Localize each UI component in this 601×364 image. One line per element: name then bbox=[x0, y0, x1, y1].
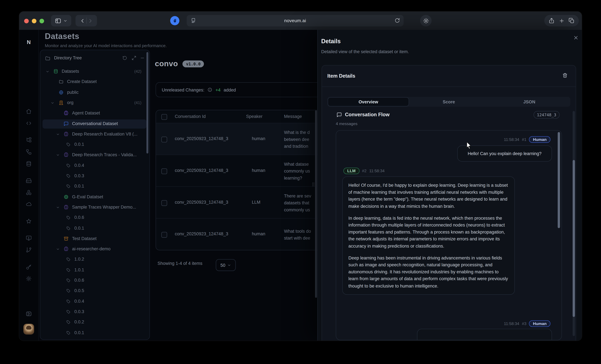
tree-item-datasets[interactable]: Datasets(42) bbox=[43, 67, 147, 76]
tree-item-ai-researcher-demo[interactable]: ai-researcher-demo bbox=[43, 245, 147, 254]
chat-bubble-icon bbox=[337, 112, 342, 117]
column-resize-handle[interactable] bbox=[311, 182, 316, 187]
expand-icon[interactable] bbox=[131, 56, 137, 60]
tree-item-label: Agent Dataset bbox=[72, 111, 100, 115]
tab-json[interactable]: JSON bbox=[489, 97, 570, 106]
url-bar[interactable]: noveum.ai bbox=[187, 15, 403, 26]
tree-item-label: Deep Research Traces - Valida... bbox=[72, 153, 137, 157]
tab-score[interactable]: Score bbox=[409, 97, 489, 106]
traffic-lights bbox=[24, 19, 44, 23]
zoom-window-button[interactable] bbox=[40, 19, 44, 23]
directory-tree-header: Directory Tree bbox=[45, 54, 146, 63]
chevron-down-icon bbox=[51, 101, 54, 105]
tree-item-agent-dataset[interactable]: Agent Dataset bbox=[43, 109, 147, 118]
tree-item-sample-traces-wrapper-demo[interactable]: Sample Traces Wrapper Demo... bbox=[43, 203, 147, 212]
message-bubble-3 bbox=[417, 329, 552, 340]
tree-item-0-0-1[interactable]: 0.0.1 bbox=[43, 182, 147, 191]
tag-icon bbox=[66, 320, 70, 324]
tree-item-0-0-4[interactable]: 0.0.4 bbox=[43, 161, 147, 170]
rail-screen-share-icon[interactable] bbox=[26, 235, 32, 241]
tree-item-deep-research-traces-valida[interactable]: Deep Research Traces - Valida... bbox=[43, 151, 147, 160]
tree-scrollbar-thumb[interactable] bbox=[147, 52, 149, 153]
close-icon[interactable] bbox=[572, 34, 580, 41]
row-checkbox[interactable] bbox=[161, 137, 167, 142]
dataset-version-badge: v1.0.0 bbox=[183, 60, 204, 67]
rail-code-icon[interactable] bbox=[26, 120, 32, 126]
share-icon[interactable] bbox=[548, 18, 555, 24]
tree-item-0-0-6[interactable]: 0.0.6 bbox=[43, 276, 147, 285]
info-icon bbox=[207, 87, 212, 92]
tree-item-g-eval-datatset[interactable]: G-Eval Datatset bbox=[43, 192, 147, 201]
browser-toolbar: noveum.ai bbox=[19, 11, 582, 30]
tag-icon bbox=[66, 173, 70, 178]
tree-item-0-0-1[interactable]: 0.0.1 bbox=[43, 224, 147, 233]
rail-panel-right-icon[interactable] bbox=[26, 311, 32, 317]
reload-icon[interactable] bbox=[394, 18, 400, 23]
rail-settings-icon[interactable] bbox=[26, 276, 32, 282]
rail-cloud-icon[interactable] bbox=[26, 201, 32, 207]
message-meta: 11:58:34#1Human bbox=[504, 136, 550, 143]
tab-overview-icon[interactable] bbox=[569, 18, 575, 24]
tab-overview[interactable]: Overview bbox=[328, 97, 409, 106]
refresh-icon[interactable] bbox=[122, 56, 127, 60]
settings-icon bbox=[26, 276, 32, 282]
avatar[interactable] bbox=[23, 324, 34, 335]
rail-hard-drive-icon[interactable] bbox=[26, 178, 32, 184]
tree-item-0-0-3[interactable]: 0.0.3 bbox=[43, 171, 147, 181]
select-all-checkbox[interactable] bbox=[161, 114, 167, 120]
tree-item-0-0-2[interactable]: 0.0.2 bbox=[43, 318, 147, 327]
collapse-icon bbox=[140, 56, 145, 60]
cell-conversation-id: conv_20250923_124748_3 bbox=[175, 200, 228, 204]
cell-conversation-id: conv_20250923_124748_3 bbox=[175, 136, 228, 141]
tree-item-0-0-1[interactable]: 0.0.1 bbox=[43, 328, 147, 337]
item-details-header: Item Details bbox=[322, 65, 576, 87]
tree-item-create-dataset[interactable]: Create Dataset bbox=[43, 77, 147, 86]
main-scrollbar-thumb[interactable] bbox=[315, 110, 317, 298]
chevron-down-icon bbox=[227, 263, 231, 267]
tree-item-public[interactable]: public bbox=[43, 88, 147, 97]
plus-icon bbox=[559, 18, 564, 23]
extension-hand-icon[interactable] bbox=[170, 16, 179, 25]
rail-boxes-icon[interactable] bbox=[26, 190, 32, 196]
panel-scrollbar-thumb[interactable] bbox=[572, 160, 575, 317]
rail-star-icon[interactable] bbox=[26, 218, 32, 224]
minimize-window-button[interactable] bbox=[32, 19, 36, 23]
tree-item-0-0-6[interactable]: 0.0.6 bbox=[43, 213, 147, 222]
app-logo[interactable]: N bbox=[27, 39, 31, 45]
close-window-button[interactable] bbox=[24, 19, 29, 23]
rail-key-icon[interactable] bbox=[26, 264, 32, 270]
rail-workflow-icon[interactable] bbox=[26, 149, 32, 155]
dataset-title-row: convo v1.0.0 bbox=[155, 59, 204, 68]
back-button[interactable] bbox=[80, 18, 85, 23]
tree-item-0-0-5[interactable]: 0.0.5 bbox=[43, 286, 147, 296]
rail-home-icon[interactable] bbox=[26, 108, 32, 115]
tree-item-test-dataset[interactable]: Test Dataset bbox=[43, 234, 147, 243]
tree-item-org[interactable]: org(41) bbox=[43, 98, 147, 107]
conversation-scrollbar-thumb[interactable] bbox=[558, 132, 560, 228]
tree-item-1-0-1[interactable]: 1.0.1 bbox=[43, 266, 147, 275]
tree-item-deep-research-evaluation-v8[interactable]: Deep Research Evaluation V8 (... bbox=[43, 130, 147, 139]
info-icon[interactable] bbox=[207, 87, 212, 92]
tree-item-conversational-dataset[interactable]: Conversational Dataset bbox=[43, 119, 147, 128]
tree-item-label: 1.0.1 bbox=[74, 268, 84, 272]
rail-database-icon[interactable] bbox=[26, 161, 32, 167]
browser-settings-button[interactable] bbox=[420, 15, 431, 26]
folder-tree-icon bbox=[26, 137, 32, 143]
tree-item-0-0-3[interactable]: 0.0.3 bbox=[43, 307, 147, 316]
tree-item-1-0-2[interactable]: 1.0.2 bbox=[43, 255, 147, 264]
row-checkbox[interactable] bbox=[161, 200, 167, 206]
tree-item-0-0-1[interactable]: 0.0.1 bbox=[43, 140, 147, 149]
rail-folder-tree-icon[interactable] bbox=[26, 137, 32, 143]
page-size-select[interactable]: 50 bbox=[216, 259, 236, 271]
collapse-icon[interactable] bbox=[140, 56, 145, 60]
forward-button[interactable] bbox=[87, 18, 93, 23]
tree-item-label: 0.0.1 bbox=[74, 330, 84, 335]
message-index: #1 bbox=[522, 137, 526, 142]
row-checkbox[interactable] bbox=[161, 232, 167, 238]
row-checkbox[interactable] bbox=[161, 168, 167, 174]
new-tab-icon[interactable] bbox=[559, 18, 564, 23]
rail-git-branch-icon[interactable] bbox=[26, 247, 32, 253]
sidebar-toggle-button[interactable] bbox=[51, 15, 71, 26]
trash-icon[interactable] bbox=[562, 73, 568, 78]
tree-item-0-0-4[interactable]: 0.0.4 bbox=[43, 297, 147, 306]
